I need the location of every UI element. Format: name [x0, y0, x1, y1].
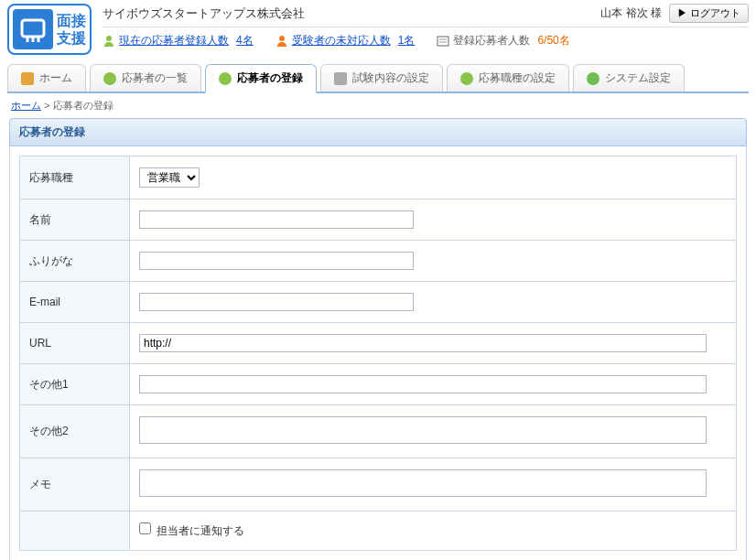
stat-capacity-label: 登録応募者人数	[453, 33, 530, 48]
home-icon	[21, 72, 34, 85]
svg-point-4	[106, 36, 112, 41]
label-job: 応募職種	[20, 156, 130, 199]
logo-text-1: 面接	[57, 12, 86, 29]
kana-input[interactable]	[139, 252, 414, 270]
name-input[interactable]	[139, 210, 414, 229]
email-input[interactable]	[139, 293, 414, 311]
svg-rect-0	[22, 20, 44, 37]
breadcrumb-current: 応募者の登録	[53, 100, 113, 111]
list-icon	[437, 35, 449, 48]
stat-pending-count[interactable]: 1名	[398, 33, 416, 48]
stat-current-link[interactable]: 現在の応募者登録人数	[119, 33, 229, 48]
form-table: 応募職種 営業職 名前 ふりがな E-mail URL その他1	[19, 156, 737, 551]
briefcase-icon	[460, 72, 473, 85]
other2-input[interactable]	[139, 416, 707, 444]
stat-capacity: 登録応募者人数 6/50名	[437, 33, 569, 48]
label-other2: その他2	[20, 405, 130, 458]
tabbar: ホーム 応募者の一覧 応募者の登録 試験内容の設定 応募職種の設定 システム設定	[7, 64, 749, 93]
notify-label[interactable]: 担当者に通知する	[139, 524, 244, 537]
label-url: URL	[20, 323, 130, 364]
document-icon	[334, 72, 347, 85]
notify-checkbox[interactable]	[139, 522, 151, 534]
logo-text-2: 支援	[57, 29, 86, 47]
stat-current: 現在の応募者登録人数 4名	[103, 33, 254, 48]
stat-capacity-value: 6/50名	[537, 33, 569, 48]
person-add-icon	[219, 72, 232, 85]
panel: 応募者の登録 応募職種 営業職 名前 ふりがな E-mail URL	[9, 118, 747, 560]
panel-title: 応募者の登録	[9, 118, 747, 146]
label-other1: その他1	[20, 364, 130, 405]
person-icon	[103, 72, 116, 85]
logo: 面接 支援	[7, 4, 92, 55]
stat-pending-link[interactable]: 受験者の未対応人数	[292, 33, 391, 48]
other1-input[interactable]	[139, 375, 707, 393]
svg-rect-6	[437, 37, 448, 46]
breadcrumb-home[interactable]: ホーム	[11, 100, 41, 111]
person-icon	[103, 35, 115, 48]
tab-applicant-register[interactable]: 応募者の登録	[205, 64, 317, 93]
company-name: サイボウズスタートアップス株式会社	[103, 5, 600, 22]
job-select[interactable]: 営業職	[139, 167, 200, 188]
label-name: 名前	[20, 199, 130, 241]
label-memo: メモ	[20, 458, 130, 512]
tab-job-settings[interactable]: 応募職種の設定	[447, 64, 569, 92]
tab-system-settings[interactable]: システム設定	[573, 64, 685, 92]
label-notify	[20, 512, 130, 551]
label-kana: ふりがな	[20, 241, 130, 282]
logout-button[interactable]: ▶ ログアウト	[669, 4, 749, 23]
username: 山本 裕次 様	[600, 5, 662, 21]
label-email: E-mail	[20, 282, 130, 323]
header: 面接 支援 サイボウズスタートアップス株式会社 山本 裕次 様 ▶ ログアウト …	[0, 0, 756, 55]
gear-icon	[587, 72, 599, 85]
stat-current-count[interactable]: 4名	[236, 33, 254, 48]
stat-pending: 受験者の未対応人数 1名	[275, 33, 416, 48]
svg-point-5	[279, 36, 285, 41]
person-alert-icon	[275, 35, 288, 48]
tab-applicant-list[interactable]: 応募者の一覧	[90, 64, 201, 92]
tab-home[interactable]: ホーム	[7, 64, 86, 92]
url-input[interactable]	[139, 334, 707, 352]
memo-input[interactable]	[139, 469, 707, 497]
tab-exam-settings[interactable]: 試験内容の設定	[320, 64, 443, 92]
logo-icon	[13, 9, 53, 49]
breadcrumb: ホーム > 応募者の登録	[11, 99, 745, 113]
